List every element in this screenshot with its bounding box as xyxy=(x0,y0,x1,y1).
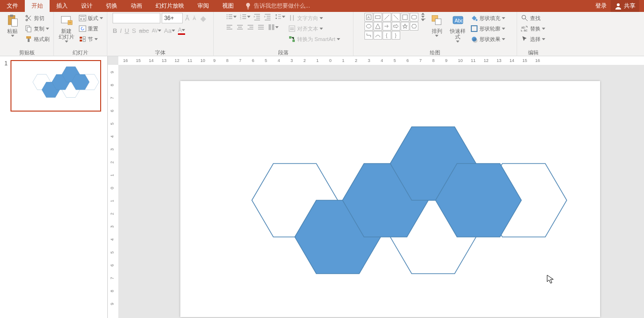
shape-effects-button[interactable]: 形状效果 xyxy=(469,34,506,44)
arrange-button[interactable]: 排列 xyxy=(427,13,447,37)
svg-rect-43 xyxy=(292,40,295,42)
replace-icon: abac xyxy=(521,25,529,32)
shape-curve-icon[interactable] xyxy=(374,31,382,40)
chevron-down-icon xyxy=(502,28,505,30)
gallery-expand-icon[interactable] xyxy=(421,19,426,21)
text-direction-button[interactable]: ┃┃文字方向 xyxy=(287,13,341,23)
tab-slideshow[interactable]: 幻灯片放映 xyxy=(149,0,191,12)
slide-canvas[interactable] xyxy=(180,81,600,317)
reset-button[interactable]: 重置 xyxy=(78,23,104,34)
columns-button[interactable] xyxy=(268,23,279,31)
line-spacing-icon xyxy=(274,13,282,21)
tab-insert[interactable]: 插入 xyxy=(50,0,74,12)
tab-home[interactable]: 开始 xyxy=(25,0,50,12)
numbering-button[interactable]: 123 xyxy=(239,13,250,21)
select-button[interactable]: 选择 xyxy=(520,34,546,44)
svg-rect-36 xyxy=(269,24,271,30)
chevron-up-icon[interactable] xyxy=(421,13,425,15)
tab-review[interactable]: 审阅 xyxy=(191,0,216,12)
shape-oval-icon[interactable] xyxy=(364,22,373,31)
horizontal-ruler[interactable]: 1615141312111098765432101234567891011121… xyxy=(118,56,644,65)
share-button[interactable]: 共享 xyxy=(611,0,639,12)
chevron-down-icon xyxy=(435,35,438,37)
vertical-ruler[interactable]: 9876543210123456789 xyxy=(108,65,119,318)
shape-arrow2-icon[interactable] xyxy=(392,22,400,31)
shadow-button[interactable]: S xyxy=(132,27,136,34)
replace-button[interactable]: abac替换 xyxy=(520,23,546,34)
login-button[interactable]: 登录 xyxy=(595,2,607,10)
section-button[interactable]: 节 xyxy=(78,34,104,44)
thumbnail-preview xyxy=(11,61,100,111)
shape-arrow-icon[interactable] xyxy=(383,22,391,31)
tell-me[interactable]: 告诉我您想要做什么... xyxy=(240,0,310,12)
underline-button[interactable]: U xyxy=(125,27,129,34)
shape-hex-icon[interactable] xyxy=(410,22,418,31)
quick-styles-icon: Abc xyxy=(451,14,465,27)
lightbulb-icon xyxy=(244,2,252,10)
shape-brace2-icon[interactable]: } xyxy=(392,31,400,40)
clear-format-button[interactable] xyxy=(198,13,208,23)
align-center-button[interactable] xyxy=(236,23,244,31)
tab-animation[interactable]: 动画 xyxy=(124,0,149,12)
decrease-indent-button[interactable] xyxy=(253,13,261,21)
tab-design[interactable]: 设计 xyxy=(74,0,99,12)
copy-button[interactable]: 复制 xyxy=(24,23,51,34)
font-color-button[interactable]: A xyxy=(178,26,186,35)
bold-button[interactable]: B xyxy=(113,27,117,34)
line-spacing-button[interactable] xyxy=(274,13,285,21)
shape-roundrect-icon[interactable] xyxy=(410,13,418,21)
new-slide-button[interactable]: 新建 幻灯片 xyxy=(57,13,76,42)
shape-triangle-icon[interactable] xyxy=(374,22,382,31)
align-text-button[interactable]: 对齐文本 xyxy=(287,23,341,34)
shape-brace-icon[interactable]: { xyxy=(383,31,391,40)
effects-icon xyxy=(470,35,478,43)
italic-button[interactable]: I xyxy=(120,27,122,34)
shape-rect2-icon[interactable] xyxy=(401,13,409,21)
slide-shapes[interactable] xyxy=(180,81,600,317)
svg-text:ac: ac xyxy=(524,29,528,32)
chevron-down-icon[interactable] xyxy=(421,16,425,18)
shape-fill-button[interactable]: 形状填充 xyxy=(469,13,506,23)
cut-button[interactable]: 剪切 xyxy=(24,13,51,23)
shape-rect-icon[interactable] xyxy=(374,13,382,21)
shapes-gallery[interactable]: A { } xyxy=(364,13,418,40)
find-button[interactable]: 查找 xyxy=(520,13,546,23)
justify-button[interactable] xyxy=(257,23,265,31)
shape-line2-icon[interactable] xyxy=(392,13,400,21)
format-painter-button[interactable]: 格式刷 xyxy=(24,34,51,44)
spacing-button[interactable]: AV xyxy=(152,28,161,33)
tab-file[interactable]: 文件 xyxy=(0,0,25,12)
shape-star-icon[interactable] xyxy=(401,22,409,31)
increase-indent-button[interactable] xyxy=(264,13,271,21)
align-left-button[interactable] xyxy=(226,23,233,31)
svg-text:┃┃: ┃┃ xyxy=(289,15,295,21)
shape-textbox-icon[interactable]: A xyxy=(364,13,373,21)
slide-thumbnail-1[interactable] xyxy=(10,60,101,112)
chevron-down-icon xyxy=(337,38,340,40)
strike-button[interactable]: abc xyxy=(139,27,149,34)
align-right-icon xyxy=(247,23,254,31)
svg-point-21 xyxy=(227,14,228,15)
shape-outline-button[interactable]: 形状轮廓 xyxy=(469,23,506,34)
change-case-button[interactable]: Aa xyxy=(164,27,175,34)
tab-transition[interactable]: 切换 xyxy=(99,0,124,12)
layout-button[interactable]: 版式 xyxy=(78,13,104,23)
font-name-combo[interactable] xyxy=(113,13,160,23)
quick-styles-button[interactable]: Abc 快速样式 xyxy=(448,13,467,42)
person-icon xyxy=(614,2,622,10)
paste-button[interactable]: 粘贴 xyxy=(3,13,22,37)
increase-font-button[interactable]: Â xyxy=(184,13,190,23)
thumbnail-panel[interactable]: 1 xyxy=(0,56,108,318)
convert-smartart-button[interactable]: 转换为 SmartArt xyxy=(287,34,341,44)
tab-view[interactable]: 视图 xyxy=(216,0,240,12)
bullets-button[interactable] xyxy=(226,13,237,21)
font-size-combo[interactable]: 36+ xyxy=(162,13,183,23)
shape-line-icon[interactable] xyxy=(383,13,391,21)
decrease-font-button[interactable]: Ǎ xyxy=(192,13,197,23)
align-left-icon xyxy=(226,23,233,31)
canvas[interactable] xyxy=(118,65,644,318)
svg-rect-7 xyxy=(27,27,31,32)
align-right-button[interactable] xyxy=(247,23,254,31)
svg-marker-54 xyxy=(412,24,416,28)
shape-conn-icon[interactable] xyxy=(364,31,373,40)
